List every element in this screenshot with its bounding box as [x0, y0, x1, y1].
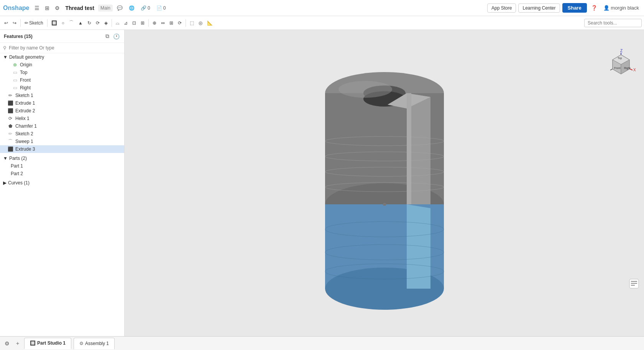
doc-count-button[interactable]: 📄 0 — [154, 5, 168, 12]
svg-text:Right: Right — [624, 67, 630, 70]
main-content: Features (15) ⧉ 🕐 ⚲ ▼ Default geometry ⊕… — [0, 30, 644, 336]
filter-icon: ⚲ — [3, 45, 7, 51]
svg-text:Top: Top — [618, 57, 622, 60]
app-store-button[interactable]: App Store — [487, 3, 516, 13]
feat-item-extrude2[interactable]: ⬛ Extrude 2 — [0, 107, 124, 115]
svg-text:Z: Z — [620, 49, 623, 53]
fillet-button[interactable]: ⌓ — [114, 19, 121, 27]
sketch1-label: Sketch 1 — [15, 93, 33, 98]
toolbar-separator-2 — [47, 19, 48, 27]
draft-button[interactable]: ⊞ — [139, 19, 146, 27]
mate-button[interactable]: ◎ — [197, 19, 204, 27]
cylinder-button[interactable]: ⌒ — [67, 18, 76, 27]
redo-button[interactable]: ↪ — [11, 19, 18, 27]
mirror-button[interactable]: ⇔ — [159, 19, 167, 27]
toolbar-separator-5 — [186, 19, 186, 27]
search-tools-input[interactable] — [584, 19, 642, 27]
3d-canvas[interactable]: Z X Top Front Right — [125, 30, 644, 336]
feat-item-extrude1[interactable]: ⬛ Extrude 1 — [0, 99, 124, 107]
svg-rect-35 — [631, 285, 635, 286]
svg-rect-9 — [407, 93, 411, 204]
pattern-button[interactable]: ⊞ — [168, 19, 175, 27]
helix-icon: ⟳ — [178, 20, 182, 26]
chevron-down-icon: ▼ — [3, 54, 8, 60]
pattern-icon: ⊞ — [169, 20, 173, 26]
revolve-icon: ↻ — [87, 20, 91, 26]
loft-button[interactable]: ◈ — [102, 19, 110, 27]
feat-item-sketch2[interactable]: ✏ Sketch 2 — [0, 130, 124, 138]
learning-center-button[interactable]: Learning Center — [518, 3, 560, 13]
plane-button[interactable]: ⬚ — [188, 19, 196, 27]
new-tab-button[interactable]: ＋ — [13, 339, 22, 348]
extrude3-icon: ⬛ — [8, 146, 13, 152]
feat-item-helix1[interactable]: ⟳ Helix 1 — [0, 115, 124, 122]
part-item-1[interactable]: Part 1 — [0, 162, 124, 170]
feat-item-right[interactable]: ▭ Right — [0, 84, 124, 92]
feat-item-origin[interactable]: ⊕ Origin — [0, 61, 124, 69]
message-icon: 💬 — [117, 5, 123, 11]
origin-icon: ⊕ — [12, 62, 18, 67]
default-geometry-group[interactable]: ▼ Default geometry — [0, 53, 124, 61]
right-label: Right — [20, 85, 31, 90]
feat-item-sketch1[interactable]: ✏ Sketch 1 — [0, 92, 124, 99]
sketch2-label: Sketch 2 — [15, 131, 33, 136]
feat-item-front[interactable]: ▭ Front — [0, 76, 124, 84]
assembly-icon: ⚙ — [79, 341, 84, 346]
parts-group[interactable]: ▼ Parts (2) — [0, 154, 124, 162]
plane-icon: ⬚ — [190, 20, 194, 26]
plane-front-icon: ▭ — [12, 77, 18, 83]
chamfer-icon: ⊿ — [124, 20, 128, 26]
boolean-button[interactable]: ⊕ — [151, 19, 158, 27]
plane-right-icon: ▭ — [12, 85, 18, 90]
toolbar: ↩ ↪ ✏ Sketch 🔲 ○ ⌒ ▲ ↻ ⟳ ◈ ⌓ ⊿ ⊡ ⊞ ⊕ ⇔ ⊞… — [0, 16, 644, 30]
boolean-icon: ⊕ — [153, 20, 156, 26]
undo-button[interactable]: ↩ — [2, 19, 10, 27]
filter-input[interactable] — [9, 45, 121, 51]
feat-item-chamfer1[interactable]: ⬟ Chamfer 1 — [0, 122, 124, 130]
sketch-button[interactable]: ✏ Sketch — [23, 19, 45, 27]
extrude3-label: Extrude 3 — [15, 146, 35, 152]
bottom-tabs-bar: ⚙ ＋ 🔲 Part Studio 1 ⚙ Assembly 1 — [0, 336, 644, 350]
sidebar-history-button[interactable]: 🕐 — [112, 32, 120, 40]
feature-sidebar: Features (15) ⧉ 🕐 ⚲ ▼ Default geometry ⊕… — [0, 30, 125, 336]
curves-group[interactable]: ▶ Curves (1) — [0, 179, 124, 187]
help-button[interactable]: ❓ — [589, 4, 599, 12]
extrude-button[interactable]: ▲ — [76, 19, 85, 27]
hamburger-menu-button[interactable]: ☰ — [33, 4, 41, 12]
helix1-label: Helix 1 — [15, 116, 30, 121]
sphere-button[interactable]: ○ — [60, 19, 66, 27]
feat-item-top[interactable]: ▭ Top — [0, 69, 124, 76]
tab-assembly-1[interactable]: ⚙ Assembly 1 — [74, 338, 115, 349]
tab-part-studio-1[interactable]: 🔲 Part Studio 1 — [24, 338, 71, 349]
link-count-button[interactable]: 🔗 0 — [139, 5, 152, 12]
feat-item-extrude3[interactable]: ⬛ Extrude 3 — [0, 145, 124, 153]
svg-marker-10 — [407, 204, 430, 289]
sidebar-expand-button[interactable]: ⧉ — [105, 32, 110, 40]
add-tab-button[interactable]: ⚙ — [3, 340, 11, 347]
mirror-icon: ⇔ — [161, 20, 165, 26]
sweep-button[interactable]: ⟳ — [94, 19, 102, 27]
messages-button[interactable]: 💬 — [115, 5, 125, 12]
share-button[interactable]: Share — [562, 3, 587, 13]
part-item-2[interactable]: Part 2 — [0, 170, 124, 177]
globe-button[interactable]: 🌐 — [127, 5, 136, 12]
svg-text:X: X — [633, 68, 636, 72]
chamfer-button[interactable]: ⊿ — [122, 19, 130, 27]
viewport-cube[interactable]: Z X Top Front Right — [606, 49, 636, 80]
sketch1-icon: ✏ — [8, 93, 13, 98]
revolve-button[interactable]: ↻ — [85, 19, 93, 27]
user-menu-button[interactable]: 👤 morgin black — [601, 4, 641, 12]
feat-item-sweep1[interactable]: ⌒ Sweep 1 — [0, 138, 124, 145]
measure-button[interactable]: 📐 — [205, 19, 215, 27]
chevron-right-icon-curves: ▶ — [3, 180, 7, 186]
tools-button[interactable]: ⚙ — [53, 4, 61, 12]
solid-box-button[interactable]: 🔲 — [49, 19, 59, 27]
shell-button[interactable]: ⊡ — [130, 19, 138, 27]
model-properties-icon[interactable] — [629, 278, 639, 290]
feature-list: ▼ Default geometry ⊕ Origin ▭ Top ▭ Fron… — [0, 53, 124, 336]
shell-icon: ⊡ — [132, 20, 136, 26]
helix-button[interactable]: ⟳ — [176, 19, 184, 27]
onshape-logo[interactable]: Onshape — [3, 5, 29, 12]
grid-view-button[interactable]: ⊞ — [43, 4, 51, 12]
sweep1-icon: ⌒ — [8, 139, 13, 144]
